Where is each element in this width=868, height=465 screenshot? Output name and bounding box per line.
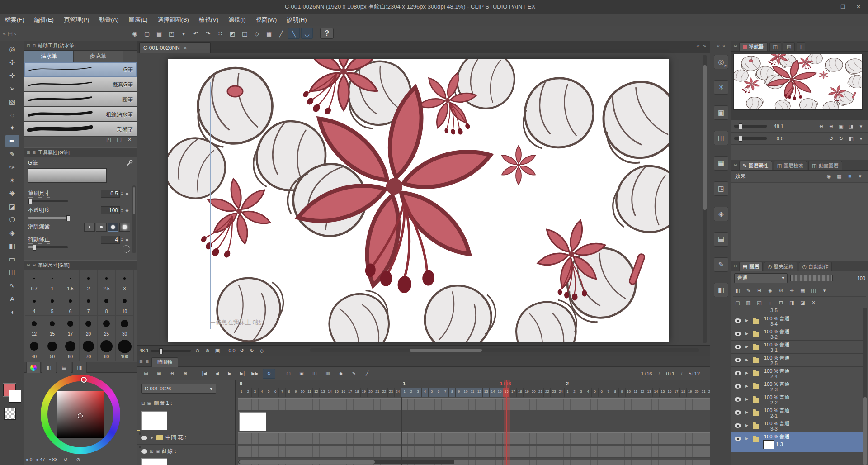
pen-pressure-button[interactable]: ◆	[124, 237, 130, 242]
ruler-frame[interactable]: 15	[660, 388, 666, 397]
timeline-zoom-in-icon[interactable]: ⊕	[179, 369, 191, 378]
visibility-eye-icon[interactable]	[735, 410, 741, 415]
brush-size-cell[interactable]: 2	[80, 270, 98, 293]
split-view-icon[interactable]: ◫	[809, 287, 818, 294]
decoration-tool-icon[interactable]: ❋	[5, 187, 19, 200]
open-file-icon[interactable]: ▤	[154, 28, 165, 38]
ruler-frame[interactable]: 3	[252, 388, 259, 397]
ruler-frame[interactable]: 13	[646, 388, 653, 397]
subtool-tab[interactable]: 麥克筆	[74, 51, 123, 62]
ruler-frame[interactable]: 20	[368, 388, 374, 397]
expand-selection-icon[interactable]: ◱	[239, 28, 250, 38]
ruler-frame[interactable]: 14	[490, 388, 496, 397]
ruler-frame[interactable]: 12	[313, 388, 320, 397]
ruler-frame[interactable]: 5	[592, 388, 599, 397]
anti-aliasing-option[interactable]	[119, 223, 130, 232]
spin-down-icon[interactable]: ▾	[121, 210, 123, 213]
pen-pressure-button[interactable]: ◆	[124, 191, 130, 196]
create-mask-icon[interactable]: ◨	[788, 299, 796, 307]
track-clip-bar[interactable]	[238, 398, 710, 410]
ruler-frame[interactable]: 24	[557, 388, 564, 397]
enable-mask-icon[interactable]: ⊘	[777, 287, 785, 294]
new-cel-folder-icon[interactable]: ▣	[296, 369, 307, 378]
visibility-eye-icon[interactable]	[735, 423, 741, 428]
anti-aliasing-option[interactable]	[96, 223, 107, 232]
fit-to-window-button[interactable]: ▣	[213, 347, 222, 355]
visibility-eye-icon[interactable]	[735, 437, 741, 441]
subtool-item[interactable]: 圓筆	[24, 92, 137, 107]
ruler-frame[interactable]: 4	[585, 388, 592, 397]
expand-arrow-icon[interactable]: ▶	[745, 423, 748, 427]
sub-view-icon[interactable]: ◫	[714, 131, 728, 145]
visibility-eye-icon[interactable]	[735, 397, 741, 402]
visibility-eye-icon[interactable]	[735, 332, 741, 336]
hand-tool-icon[interactable]: ✣	[5, 56, 19, 69]
ruler-frame[interactable]: 15	[333, 388, 340, 397]
spin-down-icon[interactable]: ▾	[121, 240, 123, 242]
expand-arrow-icon[interactable]: ▶	[745, 384, 748, 388]
opacity-slider[interactable]	[790, 275, 833, 281]
layer-row[interactable]: ▶100 % 普通3-1	[731, 341, 863, 354]
material-icon[interactable]: ✳	[714, 80, 728, 95]
tool-property-scrollbar[interactable]	[132, 185, 136, 253]
ruler-frame[interactable]: 20	[693, 388, 700, 397]
play-button[interactable]: ▶	[224, 369, 236, 378]
ruler-frame[interactable]: 11	[469, 388, 476, 397]
rotate-ccw-button[interactable]: ↺	[238, 347, 246, 355]
clip-studio-logo[interactable]: ◉	[129, 28, 140, 38]
expand-arrow-icon[interactable]: ▶	[745, 437, 748, 441]
canvas-vertical-scrollbar[interactable]	[703, 55, 707, 343]
onion-skin-icon[interactable]: ◫	[309, 369, 321, 378]
quick-zoom-icon[interactable]: ◎R	[714, 55, 728, 69]
brush-size-cell[interactable]: 10	[116, 293, 134, 316]
ruler-frame[interactable]: 8	[286, 388, 292, 397]
normal-line-icon[interactable]: ╱	[361, 369, 373, 378]
ruler-frame[interactable]: 8	[612, 388, 619, 397]
ruler-frame[interactable]: 19	[687, 388, 693, 397]
track-row[interactable]: ⊞ ▣ 圖層 1 :	[137, 397, 235, 410]
brush-size-cell[interactable]: 7	[80, 293, 98, 316]
light-table-icon[interactable]: ▥	[322, 369, 334, 378]
navigator-rotate-slider[interactable]	[734, 137, 767, 140]
brush-size-cell[interactable]: 2.5	[98, 270, 116, 293]
new-canvas-icon[interactable]: ▢	[142, 28, 152, 38]
layer-property-tab[interactable]: ✎圖層屬性	[739, 161, 772, 170]
ruler-frame[interactable]: 12	[476, 388, 483, 397]
value-spinner[interactable]: ▴▾	[121, 237, 123, 242]
ruler-frame[interactable]: 5	[265, 388, 272, 397]
clear-selection-icon[interactable]: ◇	[251, 28, 262, 38]
menu-item[interactable]: 選擇範圍(S)	[153, 14, 194, 26]
snap-to-ruler-icon[interactable]: ╱	[276, 28, 287, 38]
ruler-frame[interactable]: 10	[626, 388, 632, 397]
ruler-frame[interactable]: 10	[462, 388, 469, 397]
selection-tool-icon[interactable]: ▧	[5, 95, 19, 108]
panel-minimize-icon[interactable]: ⊟	[27, 263, 30, 267]
timeline-tab[interactable]: 時間軸	[151, 357, 178, 367]
lock-transparent-pixels-icon[interactable]: ◈	[766, 287, 774, 294]
expand-arrow-icon[interactable]: ▶	[745, 358, 748, 362]
layer-row[interactable]: ▶100 % 普通2-1	[731, 406, 863, 419]
border-effect-icon[interactable]: ◉	[825, 172, 833, 180]
zoom-out-button[interactable]: ⊖	[193, 347, 202, 355]
collapse-left-icon[interactable]: «	[717, 43, 720, 48]
ruler-frame[interactable]: 22	[544, 388, 551, 397]
clip-to-layer-below-icon[interactable]: ◧	[733, 287, 742, 294]
track-row[interactable]: ▼ 中間 花 :	[137, 431, 235, 445]
redo-icon[interactable]: ↷	[203, 28, 213, 38]
snap-to-special-ruler-icon[interactable]: ╲	[288, 28, 300, 39]
transparent-color-swatch[interactable]	[4, 408, 16, 420]
ruler-frame[interactable]: 22	[381, 388, 388, 397]
pencil-tool-icon[interactable]: ✎	[5, 148, 19, 161]
cel-thumbnail[interactable]	[141, 458, 167, 465]
layer-row[interactable]: ▶100 % 普通3-4	[731, 314, 863, 327]
new-vector-layer-icon[interactable]: ▥	[744, 299, 753, 307]
ruler-frame[interactable]: 19	[524, 388, 530, 397]
layer-options-dropdown[interactable]: ▾	[820, 287, 829, 294]
effect-panel-icon[interactable]: ◈	[714, 207, 728, 221]
ruler-frame[interactable]: 2	[408, 388, 415, 397]
canvas-horizontal-scrollbar[interactable]	[310, 348, 699, 352]
timeline-scrollbar[interactable]	[238, 460, 454, 464]
menu-item[interactable]: 說明(H)	[282, 14, 311, 26]
ruler-frame[interactable]: 18	[517, 388, 524, 397]
brush-size-cell[interactable]: 8	[98, 293, 116, 316]
